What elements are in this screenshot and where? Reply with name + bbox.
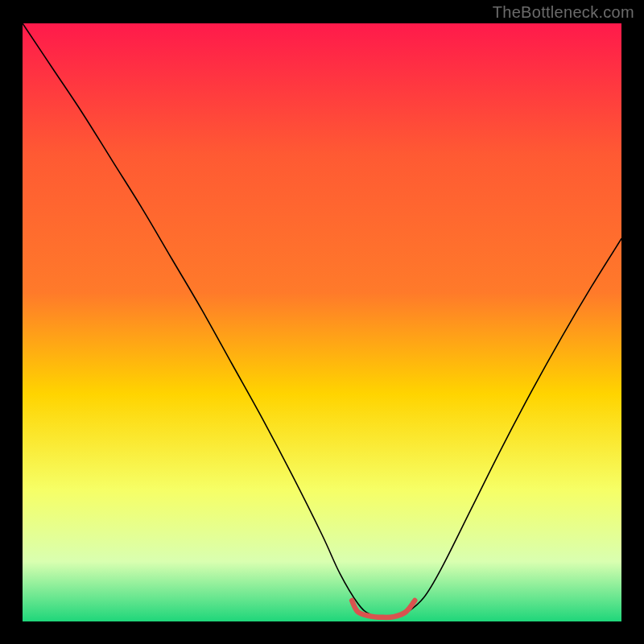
chart-svg <box>23 23 621 621</box>
watermark-text: TheBottleneck.com <box>493 3 634 22</box>
gradient-background <box>23 23 621 621</box>
chart-frame: TheBottleneck.com <box>0 0 644 644</box>
chart-plot-area <box>23 23 621 621</box>
